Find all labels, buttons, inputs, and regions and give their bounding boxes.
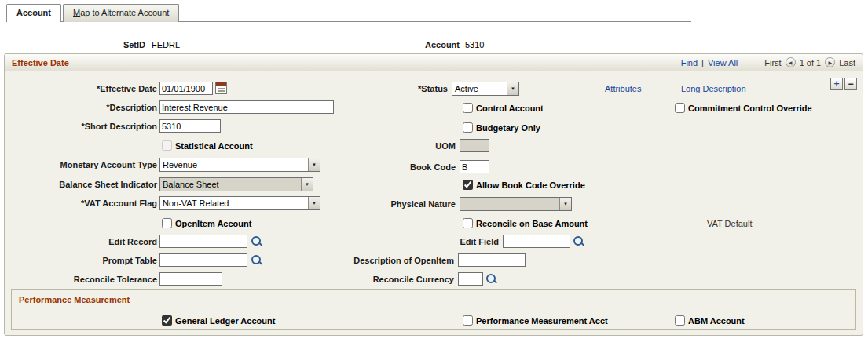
prompt-table-input[interactable] [159, 253, 247, 267]
nav-divider: | [701, 58, 704, 67]
monetary-account-type-select[interactable]: Revenue [159, 158, 320, 172]
previous-row-icon[interactable]: ◀ [786, 57, 796, 67]
abm-account-checkbox[interactable] [675, 315, 685, 326]
reconcile-currency-input[interactable] [458, 272, 483, 286]
reconcile-tolerance-input[interactable] [159, 272, 222, 286]
edit-record-label: Edit Record [31, 237, 157, 246]
next-row-icon[interactable]: ▶ [825, 57, 835, 67]
first-label: First [764, 58, 781, 67]
reconcile-on-base-amount-checkbox[interactable] [463, 218, 473, 228]
reconcile-on-base-amount-label: Reconcile on Base Amount [476, 219, 588, 228]
general-ledger-account-label: General Ledger Account [175, 316, 275, 326]
allow-book-code-override-label: Allow Book Code Override [476, 180, 585, 190]
vat-account-flag-selected-value: Non-VAT Related [160, 197, 308, 209]
long-description-link[interactable]: Long Description [681, 84, 746, 93]
short-description-input[interactable] [159, 119, 221, 133]
page-tabbar: Account Map to Alternate Account [6, 4, 181, 22]
attributes-link[interactable]: Attributes [605, 84, 641, 93]
control-account-checkbox[interactable] [463, 103, 473, 113]
description-input[interactable] [159, 100, 334, 114]
description-label: *Description [31, 103, 157, 112]
effective-date-calendar-icon[interactable] [215, 82, 227, 94]
edit-field-label: Edit Field [420, 237, 499, 246]
general-ledger-account-checkbox[interactable] [162, 315, 172, 326]
monetary-account-type-selected-value: Revenue [160, 158, 308, 171]
prompt-table-lookup-icon[interactable] [251, 254, 262, 266]
openitem-account-checkbox[interactable] [162, 218, 172, 228]
abm-account-label: ABM Account [688, 316, 745, 326]
statistical-account-checkbox[interactable] [162, 140, 172, 151]
status-selected-value: Active [452, 82, 507, 95]
performance-measurement-acct-checkbox[interactable] [463, 315, 473, 326]
effective-date-section-header: Effective Date Find | View All First ◀ 1… [5, 54, 863, 71]
dropdown-arrow-icon [308, 158, 320, 171]
edit-record-input[interactable] [159, 235, 247, 248]
physical-nature-selected-value [460, 198, 559, 210]
prompt-table-label: Prompt Table [31, 256, 157, 265]
vat-account-flag-label: *VAT Account Flag [31, 198, 157, 208]
control-account-label: Control Account [476, 104, 544, 113]
edit-field-lookup-icon[interactable] [573, 235, 584, 247]
budgetary-only-label: Budgetary Only [476, 123, 540, 133]
vat-account-flag-select[interactable]: Non-VAT Related [159, 196, 320, 210]
account-page: Account Map to Alternate Account SetID F… [0, 0, 868, 346]
row-position: 1 of 1 [800, 58, 822, 67]
uom-input [460, 139, 489, 152]
reconcile-currency-label: Reconcile Currency [352, 275, 454, 284]
commitment-control-override-checkbox[interactable] [675, 103, 685, 113]
status-label: *Status [369, 84, 448, 93]
status-select[interactable]: Active [452, 82, 519, 96]
short-description-label: *Short Description [31, 122, 157, 131]
last-label: Last [839, 58, 855, 67]
add-row-button[interactable]: + [830, 78, 843, 90]
description-of-openitem-input[interactable] [458, 253, 526, 267]
openitem-account-label: OpenItem Account [175, 219, 251, 228]
performance-measurement-title: Performance Measurement [19, 295, 130, 304]
delete-row-button[interactable]: − [844, 78, 857, 90]
uom-label: UOM [393, 141, 456, 151]
balance-sheet-indicator-label: Balance Sheet Indicator [31, 180, 157, 189]
reconcile-tolerance-label: Reconcile Tolerance [31, 275, 157, 284]
setid-value: FEDRL [152, 40, 180, 49]
tab-account[interactable]: Account [6, 4, 61, 22]
tab-account-label: Account [16, 8, 51, 17]
view-all-link[interactable]: View All [708, 58, 738, 67]
tab-map-label: Map to Alternate Account [73, 8, 169, 17]
statistical-account-label: Statistical Account [175, 141, 253, 151]
monetary-account-type-label: Monetary Account Type [31, 160, 157, 169]
commitment-control-override-label: Commitment Control Override [688, 104, 812, 113]
book-code-input[interactable] [460, 160, 489, 173]
record-navigation: Find | View All First ◀ 1 of 1 ▶ Last [681, 57, 855, 67]
allow-book-code-override-checkbox[interactable] [463, 180, 473, 190]
dropdown-arrow-icon [301, 178, 313, 191]
balance-sheet-indicator-select: Balance Sheet [159, 177, 313, 191]
dropdown-arrow-icon [308, 197, 320, 209]
description-of-openitem-label: Description of OpenItem [344, 256, 454, 265]
vat-default-link[interactable]: VAT Default [707, 219, 752, 228]
edit-record-lookup-icon[interactable] [251, 235, 262, 247]
effective-date-input[interactable] [159, 82, 213, 95]
account-value: 5310 [465, 40, 484, 49]
dropdown-arrow-icon [507, 82, 518, 95]
book-code-label: Book Code [385, 162, 456, 172]
dropdown-arrow-icon [559, 198, 571, 210]
section-title: Effective Date [12, 58, 69, 67]
performance-measurement-acct-label: Performance Measurement Acct [476, 316, 608, 326]
budgetary-only-checkbox[interactable] [463, 122, 473, 133]
find-link[interactable]: Find [681, 58, 698, 67]
reconcile-currency-lookup-icon[interactable] [485, 273, 497, 285]
setid-label: SetID [67, 40, 145, 49]
account-label: Account [381, 40, 460, 49]
physical-nature-select [460, 197, 572, 211]
physical-nature-label: Physical Nature [377, 199, 456, 209]
balance-sheet-indicator-selected-value: Balance Sheet [160, 178, 301, 191]
effective-date-label: *Effective Date [31, 84, 157, 93]
tab-map-to-alternate-account[interactable]: Map to Alternate Account [63, 4, 179, 22]
edit-field-input[interactable] [503, 235, 570, 248]
